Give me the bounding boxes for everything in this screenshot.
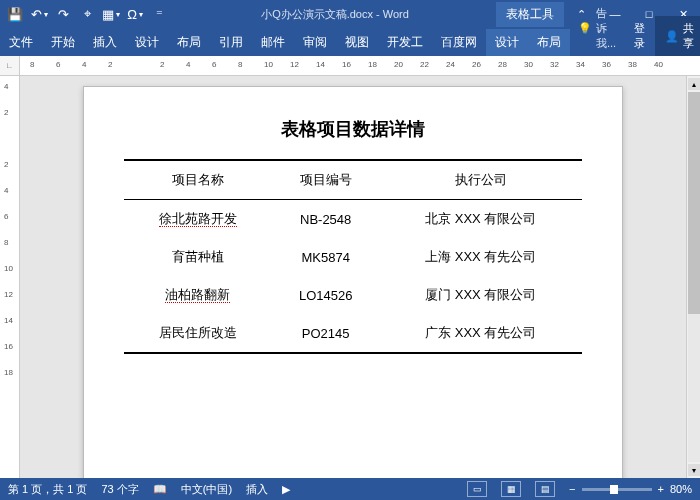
- tell-me-search[interactable]: 💡 告诉我...: [570, 1, 624, 56]
- ruler-tick: 36: [602, 60, 611, 69]
- table-row: 徐北苑路开发NB-2548北京 XXX 有限公司: [124, 200, 582, 239]
- zoom-out-icon[interactable]: −: [569, 483, 575, 495]
- table-header-row: 项目名称 项目编号 执行公司: [124, 160, 582, 200]
- data-table[interactable]: 项目名称 项目编号 执行公司 徐北苑路开发NB-2548北京 XXX 有限公司育…: [124, 159, 582, 354]
- cell-project-code[interactable]: PO2145: [272, 314, 380, 353]
- scroll-up-icon[interactable]: ▴: [688, 78, 700, 90]
- tab-mailings[interactable]: 邮件: [252, 29, 294, 56]
- tab-view[interactable]: 视图: [336, 29, 378, 56]
- proofing-icon[interactable]: 📖: [153, 483, 167, 496]
- ruler-tick: 4: [4, 186, 8, 195]
- scroll-down-icon[interactable]: ▾: [688, 464, 700, 476]
- zoom-slider-thumb[interactable]: [610, 485, 618, 494]
- horizontal-ruler[interactable]: 8642246810121416182022242628303234363840: [20, 56, 700, 75]
- tab-table-layout[interactable]: 布局: [528, 29, 570, 56]
- table-row: 育苗种植MK5874上海 XXX 有先公司: [124, 238, 582, 276]
- ruler-tick: 38: [628, 60, 637, 69]
- language-indicator[interactable]: 中文(中国): [181, 482, 232, 497]
- status-bar: 第 1 页，共 1 页 73 个字 📖 中文(中国) 插入 ▶ ▭ ▦ ▤ − …: [0, 478, 700, 500]
- document-title[interactable]: 表格项目数据详情: [124, 117, 582, 141]
- redo-icon[interactable]: ↷: [52, 3, 74, 25]
- ruler-tick: 14: [316, 60, 325, 69]
- ruler-tick: 24: [446, 60, 455, 69]
- cell-project-name[interactable]: 育苗种植: [124, 238, 272, 276]
- qat-more-icon[interactable]: ⁼: [148, 3, 170, 25]
- ruler-tick: 2: [108, 60, 112, 69]
- tab-developer[interactable]: 开发工: [378, 29, 432, 56]
- ruler-tick: 2: [160, 60, 164, 69]
- zoom-slider[interactable]: [582, 488, 652, 491]
- styles-icon[interactable]: ▦▾: [100, 3, 122, 25]
- ruler-tick: 4: [186, 60, 190, 69]
- cell-project-code[interactable]: LO14526: [272, 276, 380, 314]
- ruler-tick: 14: [4, 316, 13, 325]
- tab-references[interactable]: 引用: [210, 29, 252, 56]
- page-viewport[interactable]: 表格项目数据详情 项目名称 项目编号 执行公司 徐北苑路开发NB-2548北京 …: [20, 76, 686, 478]
- cell-project-code[interactable]: MK5874: [272, 238, 380, 276]
- tab-baidu[interactable]: 百度网: [432, 29, 486, 56]
- cell-company[interactable]: 广东 XXX 有先公司: [379, 314, 582, 353]
- ruler-tick: 4: [4, 82, 8, 91]
- ruler-tick: 30: [524, 60, 533, 69]
- read-mode-icon[interactable]: ▭: [467, 481, 487, 497]
- web-layout-icon[interactable]: ▤: [535, 481, 555, 497]
- content-area: 4224681012141618 表格项目数据详情 项目名称 项目编号 执行公司…: [0, 76, 700, 478]
- tab-review[interactable]: 审阅: [294, 29, 336, 56]
- tab-table-design[interactable]: 设计: [486, 29, 528, 56]
- tab-design[interactable]: 设计: [126, 29, 168, 56]
- ruler-tick: 8: [238, 60, 242, 69]
- cell-project-name[interactable]: 徐北苑路开发: [124, 200, 272, 239]
- cell-company[interactable]: 上海 XXX 有先公司: [379, 238, 582, 276]
- cell-project-name[interactable]: 居民住所改造: [124, 314, 272, 353]
- share-button[interactable]: 👤 共享: [655, 16, 700, 56]
- col-header[interactable]: 项目编号: [272, 160, 380, 200]
- ruler-tick: 8: [4, 238, 8, 247]
- login-button[interactable]: 登录: [624, 16, 655, 56]
- table-row: 油柏路翻新LO14526厦门 XXX 有限公司: [124, 276, 582, 314]
- tab-layout[interactable]: 布局: [168, 29, 210, 56]
- cell-company[interactable]: 厦门 XXX 有限公司: [379, 276, 582, 314]
- undo-icon[interactable]: ↶▾: [28, 3, 50, 25]
- cell-company[interactable]: 北京 XXX 有限公司: [379, 200, 582, 239]
- insert-mode[interactable]: 插入: [246, 482, 268, 497]
- save-icon[interactable]: 💾: [4, 3, 26, 25]
- table-row: 居民住所改造PO2145广东 XXX 有先公司: [124, 314, 582, 353]
- ruler-tick: 32: [550, 60, 559, 69]
- ruler-tick: 18: [4, 368, 13, 377]
- macro-icon[interactable]: ▶: [282, 483, 290, 496]
- ribbon-tabs: 文件 开始 插入 设计 布局 引用 邮件 审阅 视图 开发工 百度网 设计 布局…: [0, 28, 700, 56]
- context-tab-label: 表格工具: [496, 2, 564, 27]
- col-header[interactable]: 执行公司: [379, 160, 582, 200]
- tab-file[interactable]: 文件: [0, 29, 42, 56]
- ruler-tick: 20: [394, 60, 403, 69]
- col-header[interactable]: 项目名称: [124, 160, 272, 200]
- zoom-control: − + 80%: [569, 483, 692, 495]
- print-layout-icon[interactable]: ▦: [501, 481, 521, 497]
- vertical-ruler[interactable]: 4224681012141618: [0, 76, 20, 478]
- ruler-tick: 22: [420, 60, 429, 69]
- ruler-tick: 16: [4, 342, 13, 351]
- touch-mode-icon[interactable]: ⌖: [76, 3, 98, 25]
- cell-project-code[interactable]: NB-2548: [272, 200, 380, 239]
- page-indicator[interactable]: 第 1 页，共 1 页: [8, 482, 87, 497]
- tab-insert[interactable]: 插入: [84, 29, 126, 56]
- ruler-tick: 10: [4, 264, 13, 273]
- ruler-corner: ∟: [0, 56, 20, 75]
- vertical-scrollbar[interactable]: ▴ ▾: [686, 76, 700, 478]
- zoom-in-icon[interactable]: +: [658, 483, 664, 495]
- word-count[interactable]: 73 个字: [101, 482, 138, 497]
- ruler-tick: 12: [290, 60, 299, 69]
- ruler-tick: 10: [264, 60, 273, 69]
- zoom-level[interactable]: 80%: [670, 483, 692, 495]
- tab-home[interactable]: 开始: [42, 29, 84, 56]
- ruler-tick: 34: [576, 60, 585, 69]
- ruler-tick: 4: [82, 60, 86, 69]
- symbol-icon[interactable]: Ω▾: [124, 3, 146, 25]
- scrollbar-track[interactable]: [688, 92, 700, 462]
- ruler-tick: 6: [212, 60, 216, 69]
- scrollbar-thumb[interactable]: [688, 92, 700, 314]
- document-page: 表格项目数据详情 项目名称 项目编号 执行公司 徐北苑路开发NB-2548北京 …: [83, 86, 623, 478]
- cell-project-name[interactable]: 油柏路翻新: [124, 276, 272, 314]
- ruler-tick: 6: [4, 212, 8, 221]
- ruler-tick: 40: [654, 60, 663, 69]
